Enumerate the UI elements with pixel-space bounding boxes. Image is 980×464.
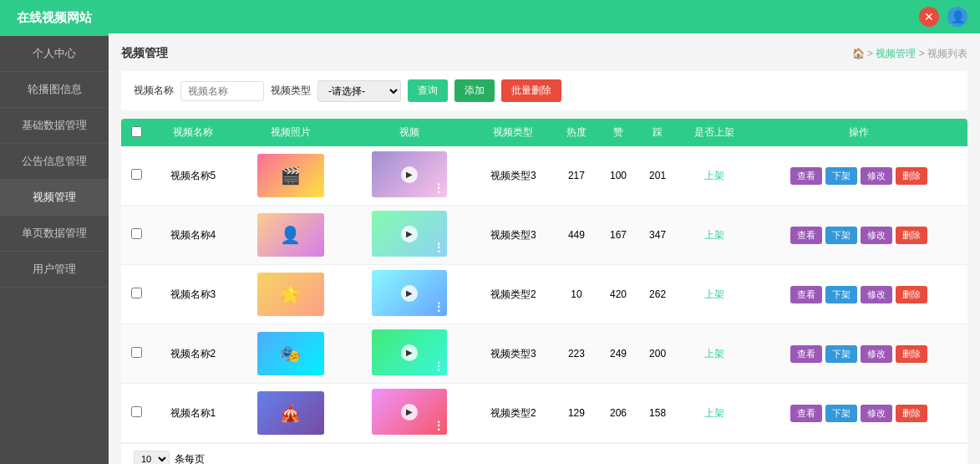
video-thumbnail[interactable]: ▶ ⋮ (372, 389, 447, 435)
more-button[interactable]: ⋮ (433, 419, 444, 432)
query-button[interactable]: 查询 (408, 79, 448, 102)
breadcrumb: 🏠 > 视频管理 > 视频列表 (852, 47, 967, 61)
row-checkbox[interactable] (121, 146, 152, 206)
row-photo: 🌟 (234, 265, 347, 324)
view-button[interactable]: 查看 (790, 345, 822, 363)
edit-button[interactable]: 修改 (861, 227, 892, 244)
breadcrumb-parent[interactable]: 视频管理 (876, 48, 916, 59)
row-photo: 👤 (234, 206, 347, 265)
batch-delete-button[interactable]: 批量删除 (501, 79, 561, 102)
breadcrumb-separator: > (867, 48, 876, 59)
row-status: 上架 (678, 265, 751, 324)
sidebar-item-video[interactable]: 视频管理 (0, 180, 109, 216)
edit-button[interactable]: 修改 (861, 286, 892, 303)
edit-button[interactable]: 修改 (861, 345, 892, 363)
row-checkbox[interactable] (121, 324, 152, 384)
video-thumbnail[interactable]: ▶ ⋮ (372, 211, 447, 257)
pagination-label: 条每页 (175, 452, 205, 465)
user-icon[interactable]: 👤 (947, 7, 967, 27)
row-actions: 查看 下架 修改 删除 (751, 206, 967, 265)
filter-name-input[interactable] (180, 81, 264, 101)
row-name: 视频名称4 (152, 206, 234, 265)
pagination-bar: 10 20 50 条每页 (121, 443, 967, 464)
more-button[interactable]: ⋮ (433, 359, 444, 373)
sidebar-item-personal[interactable]: 个人中心 (0, 36, 109, 72)
filter-type-select[interactable]: -请选择- 视频类型1 视频类型2 视频类型3 (317, 80, 401, 102)
play-button[interactable]: ▶ (401, 404, 418, 421)
row-name: 视频名称2 (152, 324, 234, 384)
more-button[interactable]: ⋮ (433, 300, 444, 314)
row-dislike: 347 (638, 206, 678, 265)
view-button[interactable]: 查看 (790, 286, 822, 303)
action-buttons: 查看 下架 修改 删除 (756, 227, 962, 244)
row-photo: 🎭 (234, 324, 347, 384)
row-select-checkbox[interactable] (131, 169, 142, 180)
row-checkbox[interactable] (121, 384, 152, 443)
action-buttons: 查看 下架 修改 删除 (756, 286, 962, 303)
close-icon[interactable]: ✕ (919, 7, 939, 27)
row-actions: 查看 下架 修改 删除 (751, 384, 967, 443)
play-button[interactable]: ▶ (401, 166, 418, 183)
breadcrumb-home[interactable]: 🏠 (852, 48, 865, 59)
video-thumbnail[interactable]: ▶ ⋮ (372, 329, 447, 375)
row-select-checkbox[interactable] (131, 228, 142, 239)
row-photo: 🎬 (234, 146, 347, 206)
row-select-checkbox[interactable] (131, 406, 142, 417)
delete-button[interactable]: 删除 (896, 286, 927, 303)
action-buttons: 查看 下架 修改 删除 (756, 345, 962, 363)
photo-thumbnail: 🎭 (257, 332, 324, 375)
th-checkbox (121, 119, 152, 146)
page-title: 视频管理 (121, 46, 168, 61)
th-like: 赞 (598, 119, 637, 146)
row-type: 视频类型3 (472, 206, 554, 265)
view-button[interactable]: 查看 (790, 405, 822, 422)
th-hot: 热度 (554, 119, 598, 146)
per-page-select[interactable]: 10 20 50 (134, 451, 170, 464)
app-title: 在线视频网站 (0, 0, 109, 36)
table-row: 视频名称3 🌟 ▶ ⋮ 视频类型2 10 420 262 上架 查看 下架 修改 (121, 265, 967, 324)
delete-button[interactable]: 删除 (896, 167, 927, 185)
delete-button[interactable]: 删除 (896, 345, 927, 363)
row-actions: 查看 下架 修改 删除 (751, 265, 967, 324)
row-select-checkbox[interactable] (131, 288, 142, 298)
photo-thumbnail: 🌟 (257, 273, 324, 316)
offline-button[interactable]: 下架 (825, 345, 857, 363)
play-button[interactable]: ▶ (401, 226, 418, 242)
row-hot: 223 (554, 324, 598, 384)
sidebar-item-single-page[interactable]: 单页数据管理 (0, 216, 109, 252)
breadcrumb-row: 视频管理 🏠 > 视频管理 > 视频列表 (121, 46, 967, 61)
view-button[interactable]: 查看 (790, 167, 822, 185)
row-checkbox[interactable] (121, 206, 152, 265)
delete-button[interactable]: 删除 (896, 227, 927, 244)
more-button[interactable]: ⋮ (433, 241, 444, 254)
row-name: 视频名称3 (152, 265, 234, 324)
video-thumbnail[interactable]: ▶ ⋮ (372, 270, 447, 316)
photo-thumbnail: 👤 (257, 213, 324, 257)
delete-button[interactable]: 删除 (896, 405, 927, 422)
offline-button[interactable]: 下架 (825, 227, 857, 244)
table-row: 视频名称1 🎪 ▶ ⋮ 视频类型2 129 206 158 上架 查看 下架 修… (121, 384, 967, 443)
sidebar-item-user[interactable]: 用户管理 (0, 252, 109, 288)
offline-button[interactable]: 下架 (825, 286, 857, 303)
sidebar-item-announcement[interactable]: 公告信息管理 (0, 144, 109, 180)
add-button[interactable]: 添加 (454, 79, 495, 102)
row-select-checkbox[interactable] (131, 347, 142, 358)
edit-button[interactable]: 修改 (861, 405, 892, 422)
video-table: 视频名称 视频照片 视频 视频类型 热度 赞 踩 是否上架 操作 视频名称5 (121, 119, 967, 464)
row-photo: 🎪 (234, 384, 347, 443)
row-dislike: 201 (638, 146, 678, 206)
row-checkbox[interactable] (121, 265, 152, 324)
sidebar-item-carousel[interactable]: 轮播图信息 (0, 72, 109, 108)
video-thumbnail[interactable]: ▶ ⋮ (372, 151, 447, 197)
edit-button[interactable]: 修改 (861, 167, 892, 185)
th-status: 是否上架 (678, 119, 751, 146)
play-button[interactable]: ▶ (401, 344, 418, 361)
play-button[interactable]: ▶ (401, 285, 418, 302)
select-all-checkbox[interactable] (131, 126, 142, 137)
more-button[interactable]: ⋮ (433, 181, 444, 195)
view-button[interactable]: 查看 (790, 227, 822, 244)
offline-button[interactable]: 下架 (825, 167, 857, 185)
sidebar-item-basic-data[interactable]: 基础数据管理 (0, 108, 109, 144)
offline-button[interactable]: 下架 (825, 405, 857, 422)
th-photo: 视频照片 (234, 119, 347, 146)
